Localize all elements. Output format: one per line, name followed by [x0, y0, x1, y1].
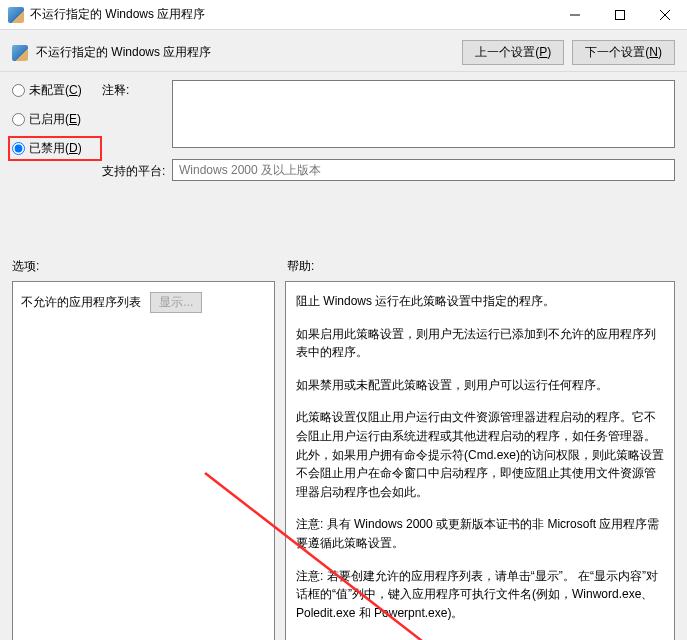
highlight-box: 已禁用(D) [8, 136, 102, 161]
radio-disabled-input[interactable] [12, 142, 25, 155]
options-label: 选项: [12, 258, 287, 275]
next-setting-button[interactable]: 下一个设置(N) [572, 40, 675, 65]
help-text: 注意: 若要创建允许的应用程序列表，请单击“显示”。 在“显示内容”对话框的“值… [296, 567, 664, 623]
policy-icon [12, 45, 28, 61]
policy-icon [8, 7, 24, 23]
comment-textarea[interactable] [172, 80, 675, 148]
help-text: 此策略设置仅阻止用户运行由文件资源管理器进程启动的程序。它不会阻止用户运行由系统… [296, 408, 664, 501]
titlebar: 不运行指定的 Windows 应用程序 [0, 0, 687, 30]
radio-not-configured[interactable]: 未配置(C) [12, 82, 98, 99]
platform-field [172, 159, 675, 181]
window-title: 不运行指定的 Windows 应用程序 [30, 6, 552, 23]
svg-rect-1 [615, 10, 624, 19]
content-area: 未配置(C) 已启用(E) 已禁用(D) 注释: 支持的平台: 选项: 帮助: [0, 72, 687, 640]
help-text: 阻止 Windows 运行在此策略设置中指定的程序。 [296, 292, 664, 311]
radio-disabled[interactable]: 已禁用(D) [12, 140, 98, 157]
help-text: 如果启用此策略设置，则用户无法运行已添加到不允许的应用程序列表中的程序。 [296, 325, 664, 362]
toolbar: 不运行指定的 Windows 应用程序 上一个设置(P) 下一个设置(N) [0, 30, 687, 72]
radio-disabled-label: 已禁用(D) [29, 140, 82, 157]
radio-enabled-label: 已启用(E) [29, 111, 81, 128]
radio-enabled-input[interactable] [12, 113, 25, 126]
help-panel: 阻止 Windows 运行在此策略设置中指定的程序。 如果启用此策略设置，则用户… [285, 281, 675, 640]
show-button: 显示... [150, 292, 202, 313]
help-text: 注意: 具有 Windows 2000 或更新版本证书的非 Microsoft … [296, 515, 664, 552]
radio-not-configured-input[interactable] [12, 84, 25, 97]
radio-enabled[interactable]: 已启用(E) [12, 111, 98, 128]
comment-label: 注释: [102, 82, 172, 99]
minimize-button[interactable] [552, 0, 597, 29]
toolbar-caption: 不运行指定的 Windows 应用程序 [36, 44, 454, 61]
disallowed-list-label: 不允许的应用程序列表 [21, 295, 141, 309]
maximize-button[interactable] [597, 0, 642, 29]
radio-not-configured-label: 未配置(C) [29, 82, 82, 99]
platform-label: 支持的平台: [102, 163, 172, 180]
close-button[interactable] [642, 0, 687, 29]
options-panel: 不允许的应用程序列表 显示... [12, 281, 275, 640]
prev-setting-button[interactable]: 上一个设置(P) [462, 40, 564, 65]
state-radio-group: 未配置(C) 已启用(E) 已禁用(D) [12, 80, 102, 169]
help-text: 如果禁用或未配置此策略设置，则用户可以运行任何程序。 [296, 376, 664, 395]
help-label: 帮助: [287, 258, 314, 275]
